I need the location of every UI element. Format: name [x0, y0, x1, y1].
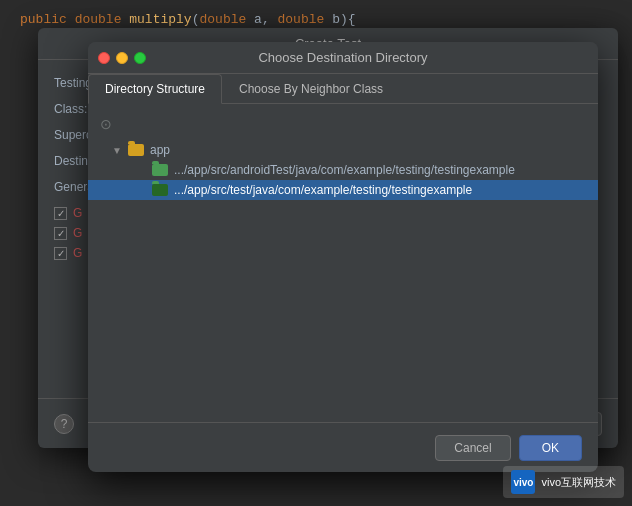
tree-node-app[interactable]: ▼ app [88, 140, 598, 160]
filter-row: ⊙ [88, 112, 598, 136]
close-button[interactable] [98, 52, 110, 64]
dialog-titlebar: Choose Destination Directory [88, 42, 598, 74]
checkbox-label-3: G [73, 246, 82, 260]
tree-label-androidtest: .../app/src/androidTest/java/com/example… [174, 163, 515, 177]
folder-icon-test [152, 184, 168, 196]
tab-directory-structure[interactable]: Directory Structure [88, 74, 222, 104]
tree-arrow-test [136, 185, 148, 196]
tree-arrow-androidtest [136, 165, 148, 176]
tree-view[interactable]: ▼ app .../app/src/androidTest/java/com/e… [88, 136, 598, 422]
dialog-tabs: Directory Structure Choose By Neighbor C… [88, 74, 598, 104]
watermark: vivo vivo互联网技术 [503, 466, 624, 498]
minimize-button[interactable] [116, 52, 128, 64]
watermark-logo: vivo [511, 470, 535, 494]
tree-label-app: app [150, 143, 170, 157]
filter-icon[interactable]: ⊙ [100, 116, 112, 132]
tab-choose-by-neighbor[interactable]: Choose By Neighbor Class [222, 74, 400, 104]
ok-button[interactable]: OK [519, 435, 582, 461]
cancel-button[interactable]: Cancel [435, 435, 510, 461]
code-line-1: public double multiply(double a, double … [20, 10, 612, 30]
dialog-footer: Cancel OK [88, 422, 598, 472]
checkbox-1[interactable] [54, 207, 67, 220]
tree-node-test[interactable]: .../app/src/test/java/com/example/testin… [88, 180, 598, 200]
choose-dir-dialog: Choose Destination Directory Directory S… [88, 42, 598, 472]
dialog-body: ⊙ ▼ app .../app/src/androidTest/java/com… [88, 104, 598, 422]
folder-icon-androidtest [152, 164, 168, 176]
window-controls [98, 52, 146, 64]
tree-arrow-app: ▼ [112, 145, 124, 156]
tree-node-androidtest[interactable]: .../app/src/androidTest/java/com/example… [88, 160, 598, 180]
watermark-text: vivo互联网技术 [541, 475, 616, 490]
maximize-button[interactable] [134, 52, 146, 64]
checkbox-label-1: G [73, 206, 82, 220]
create-test-help-button[interactable]: ? [54, 414, 74, 434]
checkbox-3[interactable] [54, 247, 67, 260]
dialog-title: Choose Destination Directory [258, 50, 427, 65]
tree-label-test: .../app/src/test/java/com/example/testin… [174, 183, 472, 197]
checkbox-2[interactable] [54, 227, 67, 240]
folder-icon-app [128, 144, 144, 156]
checkbox-label-2: G [73, 226, 82, 240]
